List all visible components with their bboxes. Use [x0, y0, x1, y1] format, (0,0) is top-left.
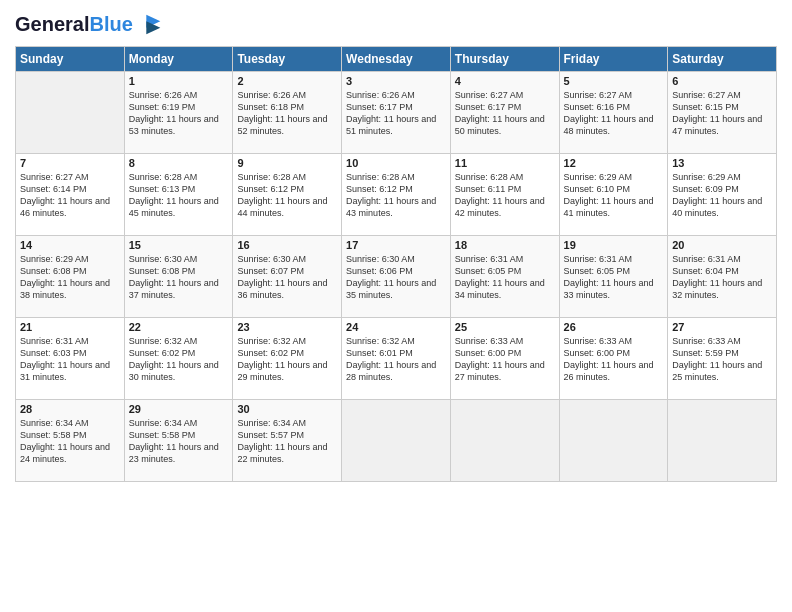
logo-blue: Blue	[89, 13, 132, 35]
page-container: GeneralBlue SundayMondayTuesdayWednesday…	[0, 0, 792, 487]
day-info: Sunrise: 6:30 AMSunset: 6:08 PMDaylight:…	[129, 253, 229, 302]
calendar-cell	[450, 400, 559, 482]
day-number: 23	[237, 321, 337, 333]
day-number: 15	[129, 239, 229, 251]
day-info: Sunrise: 6:27 AMSunset: 6:15 PMDaylight:…	[672, 89, 772, 138]
day-info: Sunrise: 6:28 AMSunset: 6:12 PMDaylight:…	[237, 171, 337, 220]
day-info: Sunrise: 6:26 AMSunset: 6:19 PMDaylight:…	[129, 89, 229, 138]
col-header-monday: Monday	[124, 47, 233, 72]
calendar-cell: 25Sunrise: 6:33 AMSunset: 6:00 PMDayligh…	[450, 318, 559, 400]
calendar-cell: 9Sunrise: 6:28 AMSunset: 6:12 PMDaylight…	[233, 154, 342, 236]
day-info: Sunrise: 6:31 AMSunset: 6:03 PMDaylight:…	[20, 335, 120, 384]
day-number: 5	[564, 75, 664, 87]
day-info: Sunrise: 6:32 AMSunset: 6:02 PMDaylight:…	[237, 335, 337, 384]
calendar-table: SundayMondayTuesdayWednesdayThursdayFrid…	[15, 46, 777, 482]
day-number: 11	[455, 157, 555, 169]
day-info: Sunrise: 6:26 AMSunset: 6:18 PMDaylight:…	[237, 89, 337, 138]
day-info: Sunrise: 6:28 AMSunset: 6:11 PMDaylight:…	[455, 171, 555, 220]
day-info: Sunrise: 6:29 AMSunset: 6:08 PMDaylight:…	[20, 253, 120, 302]
week-row-5: 28Sunrise: 6:34 AMSunset: 5:58 PMDayligh…	[16, 400, 777, 482]
day-number: 2	[237, 75, 337, 87]
day-number: 7	[20, 157, 120, 169]
calendar-cell: 5Sunrise: 6:27 AMSunset: 6:16 PMDaylight…	[559, 72, 668, 154]
day-info: Sunrise: 6:32 AMSunset: 6:02 PMDaylight:…	[129, 335, 229, 384]
day-info: Sunrise: 6:29 AMSunset: 6:10 PMDaylight:…	[564, 171, 664, 220]
page-header: GeneralBlue	[15, 10, 777, 38]
day-info: Sunrise: 6:28 AMSunset: 6:12 PMDaylight:…	[346, 171, 446, 220]
day-number: 25	[455, 321, 555, 333]
day-number: 24	[346, 321, 446, 333]
day-info: Sunrise: 6:33 AMSunset: 5:59 PMDaylight:…	[672, 335, 772, 384]
calendar-cell: 23Sunrise: 6:32 AMSunset: 6:02 PMDayligh…	[233, 318, 342, 400]
day-number: 29	[129, 403, 229, 415]
day-number: 1	[129, 75, 229, 87]
day-info: Sunrise: 6:29 AMSunset: 6:09 PMDaylight:…	[672, 171, 772, 220]
calendar-cell: 7Sunrise: 6:27 AMSunset: 6:14 PMDaylight…	[16, 154, 125, 236]
day-number: 19	[564, 239, 664, 251]
calendar-cell: 30Sunrise: 6:34 AMSunset: 5:57 PMDayligh…	[233, 400, 342, 482]
day-info: Sunrise: 6:27 AMSunset: 6:17 PMDaylight:…	[455, 89, 555, 138]
day-info: Sunrise: 6:34 AMSunset: 5:58 PMDaylight:…	[20, 417, 120, 466]
day-number: 16	[237, 239, 337, 251]
day-number: 30	[237, 403, 337, 415]
week-row-4: 21Sunrise: 6:31 AMSunset: 6:03 PMDayligh…	[16, 318, 777, 400]
calendar-cell: 2Sunrise: 6:26 AMSunset: 6:18 PMDaylight…	[233, 72, 342, 154]
day-number: 12	[564, 157, 664, 169]
calendar-cell: 28Sunrise: 6:34 AMSunset: 5:58 PMDayligh…	[16, 400, 125, 482]
day-info: Sunrise: 6:30 AMSunset: 6:06 PMDaylight:…	[346, 253, 446, 302]
day-info: Sunrise: 6:33 AMSunset: 6:00 PMDaylight:…	[455, 335, 555, 384]
col-header-friday: Friday	[559, 47, 668, 72]
calendar-cell: 14Sunrise: 6:29 AMSunset: 6:08 PMDayligh…	[16, 236, 125, 318]
day-number: 14	[20, 239, 120, 251]
calendar-cell: 17Sunrise: 6:30 AMSunset: 6:06 PMDayligh…	[342, 236, 451, 318]
calendar-cell	[559, 400, 668, 482]
week-row-2: 7Sunrise: 6:27 AMSunset: 6:14 PMDaylight…	[16, 154, 777, 236]
day-number: 13	[672, 157, 772, 169]
day-info: Sunrise: 6:30 AMSunset: 6:07 PMDaylight:…	[237, 253, 337, 302]
day-info: Sunrise: 6:34 AMSunset: 5:57 PMDaylight:…	[237, 417, 337, 466]
day-number: 6	[672, 75, 772, 87]
day-number: 27	[672, 321, 772, 333]
calendar-cell	[668, 400, 777, 482]
calendar-cell: 16Sunrise: 6:30 AMSunset: 6:07 PMDayligh…	[233, 236, 342, 318]
day-number: 18	[455, 239, 555, 251]
logo-text: GeneralBlue	[15, 13, 133, 35]
day-number: 20	[672, 239, 772, 251]
calendar-cell: 18Sunrise: 6:31 AMSunset: 6:05 PMDayligh…	[450, 236, 559, 318]
calendar-cell	[342, 400, 451, 482]
calendar-cell: 3Sunrise: 6:26 AMSunset: 6:17 PMDaylight…	[342, 72, 451, 154]
calendar-cell: 6Sunrise: 6:27 AMSunset: 6:15 PMDaylight…	[668, 72, 777, 154]
day-info: Sunrise: 6:31 AMSunset: 6:04 PMDaylight:…	[672, 253, 772, 302]
day-info: Sunrise: 6:28 AMSunset: 6:13 PMDaylight:…	[129, 171, 229, 220]
day-number: 28	[20, 403, 120, 415]
day-number: 26	[564, 321, 664, 333]
col-header-tuesday: Tuesday	[233, 47, 342, 72]
calendar-cell: 22Sunrise: 6:32 AMSunset: 6:02 PMDayligh…	[124, 318, 233, 400]
day-number: 4	[455, 75, 555, 87]
day-info: Sunrise: 6:26 AMSunset: 6:17 PMDaylight:…	[346, 89, 446, 138]
calendar-cell: 10Sunrise: 6:28 AMSunset: 6:12 PMDayligh…	[342, 154, 451, 236]
day-number: 9	[237, 157, 337, 169]
day-info: Sunrise: 6:34 AMSunset: 5:58 PMDaylight:…	[129, 417, 229, 466]
calendar-cell: 24Sunrise: 6:32 AMSunset: 6:01 PMDayligh…	[342, 318, 451, 400]
calendar-cell: 1Sunrise: 6:26 AMSunset: 6:19 PMDaylight…	[124, 72, 233, 154]
calendar-cell	[16, 72, 125, 154]
col-header-saturday: Saturday	[668, 47, 777, 72]
day-number: 10	[346, 157, 446, 169]
calendar-body: 1Sunrise: 6:26 AMSunset: 6:19 PMDaylight…	[16, 72, 777, 482]
calendar-cell: 26Sunrise: 6:33 AMSunset: 6:00 PMDayligh…	[559, 318, 668, 400]
calendar-cell: 8Sunrise: 6:28 AMSunset: 6:13 PMDaylight…	[124, 154, 233, 236]
day-info: Sunrise: 6:32 AMSunset: 6:01 PMDaylight:…	[346, 335, 446, 384]
col-header-thursday: Thursday	[450, 47, 559, 72]
calendar-cell: 15Sunrise: 6:30 AMSunset: 6:08 PMDayligh…	[124, 236, 233, 318]
day-info: Sunrise: 6:27 AMSunset: 6:14 PMDaylight:…	[20, 171, 120, 220]
calendar-cell: 20Sunrise: 6:31 AMSunset: 6:04 PMDayligh…	[668, 236, 777, 318]
calendar-cell: 27Sunrise: 6:33 AMSunset: 5:59 PMDayligh…	[668, 318, 777, 400]
day-info: Sunrise: 6:31 AMSunset: 6:05 PMDaylight:…	[564, 253, 664, 302]
calendar-cell: 4Sunrise: 6:27 AMSunset: 6:17 PMDaylight…	[450, 72, 559, 154]
calendar-cell: 19Sunrise: 6:31 AMSunset: 6:05 PMDayligh…	[559, 236, 668, 318]
calendar-cell: 13Sunrise: 6:29 AMSunset: 6:09 PMDayligh…	[668, 154, 777, 236]
calendar-cell: 21Sunrise: 6:31 AMSunset: 6:03 PMDayligh…	[16, 318, 125, 400]
week-row-3: 14Sunrise: 6:29 AMSunset: 6:08 PMDayligh…	[16, 236, 777, 318]
day-number: 22	[129, 321, 229, 333]
